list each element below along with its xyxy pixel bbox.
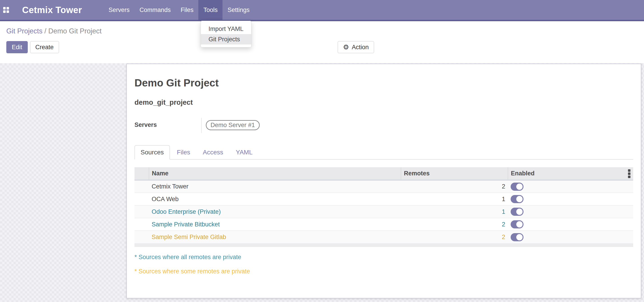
breadcrumb-parent-link[interactable]: Git Projects [6, 27, 42, 35]
menu-item-tools[interactable]: Tools [198, 0, 222, 20]
dropdown-item-git-projects[interactable]: Git Projects [201, 34, 251, 44]
table-row[interactable]: Cetmix Tower 2 [134, 180, 633, 193]
sources-table: Name Remotes Enabled Cetmix Tower 2 [134, 167, 633, 243]
edit-button[interactable]: Edit [6, 41, 28, 53]
remotes-cell: 1 [401, 193, 508, 206]
tab-files[interactable]: Files [171, 146, 196, 159]
name-cell[interactable]: Odoo Enterprise (Private) [149, 206, 401, 218]
dropdown-item-import-yaml[interactable]: Import YAML [201, 24, 251, 34]
app-brand: Cetmix Tower [22, 5, 82, 15]
remotes-cell: 2 [401, 231, 508, 243]
apps-grid-icon[interactable] [3, 7, 9, 13]
remotes-cell: 2 [401, 218, 508, 231]
column-header-name[interactable]: Name [149, 167, 401, 180]
servers-field-value: Demo Server #1 [201, 118, 260, 133]
enabled-toggle[interactable] [511, 195, 524, 203]
content-area: Demo Git Project demo_git_project Server… [0, 63, 644, 302]
menu-item-commands[interactable]: Commands [134, 0, 176, 20]
table-footer-strip [134, 243, 633, 247]
enabled-toggle[interactable] [511, 220, 524, 228]
table-row[interactable]: Odoo Enterprise (Private) 1 [134, 206, 633, 218]
tab-access[interactable]: Access [197, 146, 229, 159]
column-header-remotes[interactable]: Remotes [401, 167, 508, 180]
optional-columns-icon[interactable] [628, 168, 630, 179]
column-header-options [621, 167, 633, 180]
page-title: Demo Git Project [134, 77, 633, 89]
record-buttons: Edit Create [6, 41, 59, 53]
tab-yaml[interactable]: YAML [230, 146, 258, 159]
servers-field-label: Servers [134, 118, 201, 133]
note-private: * Sources where all remotes are private [134, 254, 633, 261]
remotes-cell: 2 [401, 180, 508, 193]
name-cell[interactable]: Cetmix Tower [149, 180, 401, 193]
menu-item-settings[interactable]: Settings [222, 0, 254, 20]
breadcrumb-separator: / [44, 27, 48, 35]
menu-item-servers[interactable]: Servers [104, 0, 134, 20]
server-tag: Demo Server #1 [206, 120, 260, 130]
notebook-tabs: Sources Files Access YAML [134, 145, 633, 160]
record-subtitle: demo_git_project [134, 98, 633, 106]
table-header-row: Name Remotes Enabled [134, 167, 633, 180]
form-sheet: Demo Git Project demo_git_project Server… [126, 64, 641, 298]
table-row[interactable]: Sample Semi Private Gitlab 2 [134, 231, 633, 243]
control-panel: Git Projects / Demo Git Project Edit Cre… [0, 22, 644, 63]
table-row[interactable]: Sample Private Bitbucket 2 [134, 218, 633, 231]
gear-icon: ⚙ [343, 44, 349, 50]
name-cell[interactable]: Sample Private Bitbucket [149, 218, 401, 231]
action-button-label: Action [352, 44, 369, 51]
remotes-cell: 1 [401, 206, 508, 218]
legend-notes: * Sources where all remotes are private … [134, 254, 633, 275]
main-menu: Servers Commands Files Tools Settings [104, 0, 254, 20]
name-cell[interactable]: Sample Semi Private Gitlab [149, 231, 401, 243]
breadcrumb-current: Demo Git Project [48, 27, 102, 35]
column-header-checkbox [134, 167, 149, 180]
table-row[interactable]: OCA Web 1 [134, 193, 633, 206]
tab-sources[interactable]: Sources [134, 145, 170, 160]
enabled-toggle[interactable] [511, 233, 524, 241]
column-header-enabled[interactable]: Enabled [508, 167, 621, 180]
breadcrumb: Git Projects / Demo Git Project [6, 27, 102, 35]
action-button[interactable]: ⚙ Action [338, 41, 374, 53]
enabled-toggle[interactable] [511, 182, 524, 191]
top-navbar: Cetmix Tower Servers Commands Files Tool… [0, 0, 644, 21]
servers-field-row: Servers Demo Server #1 [134, 118, 633, 133]
menu-item-files[interactable]: Files [176, 0, 198, 20]
enabled-toggle[interactable] [511, 208, 524, 216]
name-cell[interactable]: OCA Web [149, 193, 401, 206]
tools-dropdown-menu: Import YAML Git Projects [200, 21, 251, 48]
note-semi-private: * Sources where some remotes are private [134, 268, 633, 275]
create-button[interactable]: Create [30, 41, 59, 53]
